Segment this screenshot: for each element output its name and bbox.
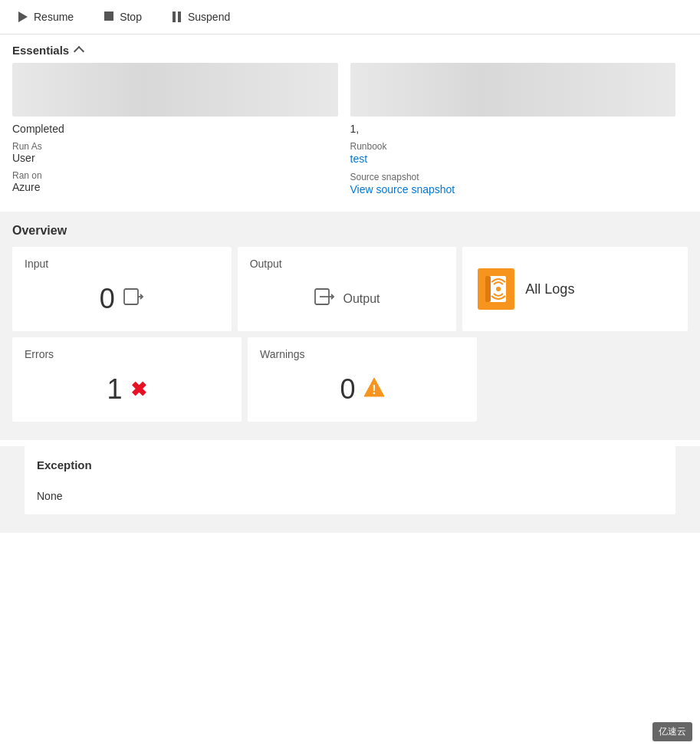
id-value: 1, (350, 123, 676, 135)
errors-card-content: 1 ✖ (25, 368, 229, 411)
resume-label: Resume (34, 11, 74, 23)
ran-on-value: Azure (12, 181, 338, 193)
suspend-label: Suspend (188, 11, 230, 23)
warning-icon: ! (363, 377, 385, 402)
status-value: Completed (12, 123, 338, 135)
output-label: Output (343, 292, 380, 306)
cards-row-bottom: Errors 1 ✖ Warnings 0 ! (12, 337, 688, 422)
alllogs-icon (478, 268, 514, 310)
errors-card[interactable]: Errors 1 ✖ (12, 337, 242, 422)
output-icon (314, 286, 335, 312)
runbook-link[interactable]: test (350, 153, 368, 165)
errors-count: 1 (107, 373, 122, 406)
runbook-label: Runbook (350, 141, 676, 152)
exception-section: Exception None (25, 446, 675, 514)
input-count: 0 (100, 283, 115, 315)
stop-icon (104, 11, 115, 22)
chevron-up-icon (75, 46, 83, 55)
svg-rect-5 (485, 276, 491, 302)
resume-icon (18, 11, 29, 22)
exception-value: None (37, 490, 663, 502)
essentials-left: Completed Run As User Ran on Azure (12, 63, 350, 196)
suspend-button[interactable]: Suspend (166, 6, 236, 28)
essentials-title: Essentials (12, 44, 69, 57)
warnings-card-content: 0 ! (260, 368, 465, 411)
svg-point-6 (496, 287, 501, 291)
exception-title: Exception (37, 458, 663, 471)
blurred-image-right (350, 63, 676, 117)
run-as-label: Run As (12, 141, 338, 152)
errors-card-title: Errors (25, 348, 229, 360)
blurred-image-left (12, 63, 338, 117)
overview-section: Overview Input 0 Output (0, 212, 700, 440)
input-icon (123, 286, 144, 312)
warnings-card-title: Warnings (260, 348, 465, 360)
essentials-content: Completed Run As User Ran on Azure 1, Ru… (0, 63, 700, 209)
output-card-content: Output (250, 278, 445, 320)
run-as-value: User (12, 152, 338, 164)
output-card[interactable]: Output Output (238, 247, 457, 331)
watermark: 亿速云 (652, 722, 692, 741)
input-card-content: 0 (25, 278, 219, 320)
suspend-icon (173, 11, 183, 22)
svg-text:!: ! (372, 383, 376, 396)
essentials-right: 1, Runbook test Source snapshot View sou… (350, 63, 688, 196)
view-source-snapshot-link[interactable]: View source snapshot (350, 183, 455, 195)
resume-button[interactable]: Resume (12, 6, 80, 28)
stop-label: Stop (120, 11, 142, 23)
ran-on-label: Ran on (12, 170, 338, 181)
warnings-card[interactable]: Warnings 0 ! (248, 337, 477, 422)
stop-button[interactable]: Stop (98, 6, 148, 28)
input-card-title: Input (25, 258, 219, 270)
warnings-count: 0 (340, 373, 355, 406)
output-card-title: Output (250, 258, 445, 270)
alllogs-label: All Logs (525, 281, 574, 297)
source-snapshot-label: Source snapshot (350, 172, 676, 182)
overview-title: Overview (12, 224, 688, 238)
svg-rect-0 (124, 289, 138, 304)
error-icon: ✖ (130, 378, 147, 402)
cards-row-top: Input 0 Output (12, 247, 688, 331)
empty-card-placeholder (483, 337, 688, 422)
essentials-header[interactable]: Essentials (0, 34, 700, 63)
input-card[interactable]: Input 0 (12, 247, 232, 331)
alllogs-card[interactable]: All Logs (462, 247, 688, 331)
toolbar: Resume Stop Suspend (0, 0, 700, 34)
